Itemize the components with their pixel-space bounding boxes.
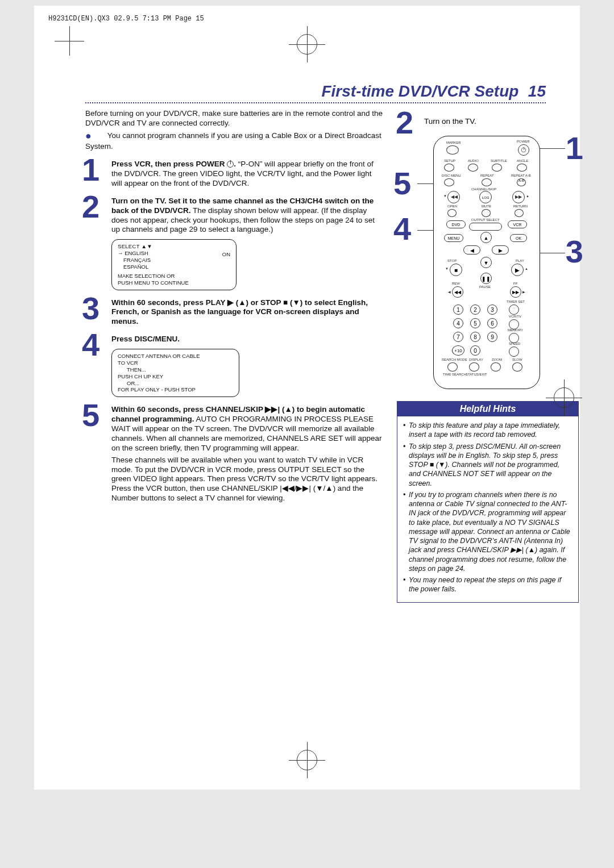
mute-label: MUTE: [482, 205, 491, 208]
num-1-button[interactable]: 1: [453, 304, 463, 315]
page-number: 15: [528, 82, 546, 100]
step1-bold: Press VCR, then press POWER: [111, 160, 225, 168]
chskip-label: CHANNEL/SKIP: [471, 187, 496, 191]
osd-footer: PUSH MENU TO CONTINUE: [118, 279, 230, 286]
num-6-button[interactable]: 6: [487, 318, 497, 328]
osd-line: THEN...: [118, 366, 233, 373]
num-9-button[interactable]: 9: [487, 332, 497, 342]
nav-right-button[interactable]: ▶: [492, 245, 509, 254]
status-label: STATUS/EXIT: [466, 373, 487, 376]
osd-language-select: SELECT ▲▼ → ENGLISH FRANÇAIS ESPAÑOL ON …: [111, 239, 237, 290]
dvd-button[interactable]: DVD: [446, 220, 466, 228]
ff-button[interactable]: ▶▶: [510, 286, 521, 298]
discmenu-button[interactable]: [444, 178, 454, 186]
searchmode-button[interactable]: [447, 362, 458, 372]
step-2-tv: 2 Turn on the TV.: [398, 117, 580, 126]
num-5-button[interactable]: 5: [470, 318, 480, 328]
slow-button[interactable]: [512, 362, 522, 372]
register-mark-bottom: [289, 742, 325, 778]
display-button[interactable]: [469, 362, 479, 372]
num-0-button[interactable]: 0: [470, 345, 480, 356]
ff-icon: ▶: [522, 290, 525, 294]
register-mark-top: [289, 26, 325, 62]
helpful-hints-box: Helpful Hints To skip this feature and p…: [397, 401, 579, 603]
osd-item: FRANÇAIS: [118, 257, 151, 264]
ok-button[interactable]: OK: [510, 234, 527, 242]
nav-down-button[interactable]: ▼: [480, 257, 492, 268]
hint-item: You may need to repeat the steps on this…: [403, 575, 572, 594]
slow-label: SLOW: [512, 358, 522, 361]
power-icon: [521, 148, 526, 152]
remote-body: MARKER POWER SETUP AUDIO SUBTITLE ANGLE …: [433, 136, 540, 389]
output-select-button[interactable]: [469, 223, 502, 231]
step-2: 2 Turn on the TV. Set it to the same cha…: [85, 197, 384, 235]
speed-button[interactable]: [509, 347, 519, 357]
osd-line: CONNECT ANTENNA OR CABLE: [118, 353, 233, 360]
open-button[interactable]: [447, 209, 457, 217]
intro-block: Before turning on your DVD/VCR, make sur…: [85, 109, 384, 152]
mute-button[interactable]: [482, 209, 491, 217]
timerset-button[interactable]: [509, 304, 519, 315]
osd-item: → ENGLISH: [118, 250, 151, 257]
plus10-button[interactable]: +10: [452, 345, 464, 356]
subtitle-button[interactable]: [492, 164, 502, 172]
num-3-button[interactable]: 3: [487, 304, 497, 315]
up-arrow-icon: ▲: [525, 267, 528, 270]
osd-item: ESPAÑOL: [118, 264, 151, 270]
step5-body2: These channels will be available when yo…: [111, 456, 384, 503]
subtitle-label: SUBTITLE: [491, 159, 507, 162]
step-5: 5 Within 60 seconds, press CHANNEL/SKIP …: [85, 405, 384, 503]
pause-button[interactable]: ❚❚: [480, 273, 492, 284]
vcr-button[interactable]: VCR: [508, 220, 527, 228]
log-button[interactable]: LOG: [479, 191, 492, 203]
audio-label: AUDIO: [468, 159, 479, 162]
num-7-button[interactable]: 7: [453, 332, 463, 342]
callout-1: 1: [566, 132, 583, 164]
angle-button[interactable]: [517, 164, 527, 172]
remote-diagram: 1 5 4 3 MARKER POWER SETUP AUDIO SUBTITL…: [398, 130, 580, 396]
osd-connect: CONNECT ANTENNA OR CABLE TO VCR THEN... …: [111, 349, 239, 397]
zoom-button[interactable]: [491, 362, 501, 372]
crop-mark-tl: [55, 26, 84, 56]
angle-label: ANGLE: [517, 159, 528, 162]
setup-button[interactable]: [444, 164, 454, 172]
audio-button[interactable]: [468, 164, 478, 172]
nav-up-button[interactable]: ▲: [480, 232, 492, 243]
hints-list: To skip this feature and play a tape imm…: [397, 416, 578, 602]
num-4-button[interactable]: 4: [453, 318, 463, 328]
marker-label: MARKER: [446, 141, 461, 144]
rew-button[interactable]: ◀◀: [452, 286, 463, 298]
step4-bold: Press DISC/MENU.: [111, 335, 180, 343]
callout-4: 4: [393, 213, 411, 245]
discmenu-label: DISC MENU: [442, 174, 461, 177]
display-label: DISPLAY: [469, 358, 483, 361]
down-arrow-icon: ▼: [443, 194, 447, 198]
num-8-button[interactable]: 8: [470, 332, 480, 342]
tv-step-text: Turn on the TV.: [424, 117, 476, 126]
divider-dots: [85, 102, 546, 103]
menu-button[interactable]: MENU: [444, 234, 463, 242]
callout-3: 3: [566, 236, 583, 268]
ab-button[interactable]: A-B: [517, 178, 526, 186]
hint-item: If you try to program channels when ther…: [403, 490, 572, 573]
step-number: 4: [82, 329, 99, 361]
prev-icon: ◀◀: [451, 194, 458, 199]
num-2-button[interactable]: 2: [470, 304, 480, 315]
play-button[interactable]: ▶: [511, 264, 524, 276]
repeatab-label: REPEAT A-B: [511, 174, 531, 177]
stop-button[interactable]: ■: [450, 264, 462, 276]
repeat-button[interactable]: [482, 178, 492, 186]
page-title: First-time DVD/VCR Setup: [321, 82, 518, 100]
register-mark-right: [546, 379, 582, 416]
osd-title: SELECT ▲▼: [118, 243, 230, 250]
osd-footer: MAKE SELECTION OR: [118, 273, 230, 279]
repeat-label: REPEAT: [480, 174, 494, 177]
osd-on: ON: [222, 250, 230, 270]
step-number: 5: [82, 399, 99, 431]
nav-left-button[interactable]: ◀: [463, 245, 480, 254]
bullet-icon: ●: [85, 130, 92, 141]
osd-line: TO VCR: [118, 360, 233, 366]
return-button[interactable]: [515, 209, 524, 217]
step-number: 3: [82, 293, 99, 324]
marker-button[interactable]: [446, 145, 459, 155]
